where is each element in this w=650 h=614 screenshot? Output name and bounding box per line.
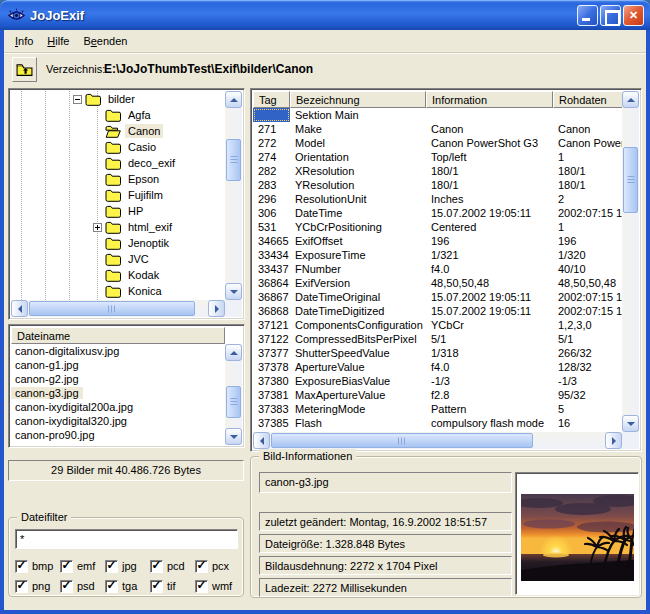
exif-row[interactable]: 306 DateTime 15.07.2002 19:05:11 2002:07… [253,206,622,220]
filetype-checkbox[interactable]: ✓ png [15,576,60,596]
tree-item[interactable]: bilder [11,91,225,107]
checkbox-checked-icon[interactable]: ✓ [15,580,28,593]
checkbox-checked-icon[interactable]: ✓ [60,560,73,573]
exif-row[interactable]: 296 ResolutionUnit Inches 2 [253,192,622,206]
exif-row[interactable]: 37122 CompressedBitsPerPixel 5/1 5/1 [253,332,622,346]
titlebar[interactable]: JoJoExif ✕ [0,0,650,30]
exif-row[interactable]: 36864 ExifVersion 48,50,50,48 48,50,50,4… [253,276,622,290]
checkbox-checked-icon[interactable]: ✓ [150,560,163,573]
folder-up-icon[interactable] [12,57,37,82]
maximize-icon[interactable] [600,5,621,26]
table-vertical-scrollbar[interactable] [622,91,639,432]
table-horizontal-scrollbar[interactable] [253,432,622,449]
scroll-up-icon[interactable] [622,91,639,108]
tree-item[interactable]: Jenoptik [11,235,225,251]
scroll-left-icon[interactable] [11,300,28,317]
tree-item[interactable]: Fujifilm [11,187,225,203]
file-list[interactable]: canon-digitalixusv.jpg canon-g1.jpg cano… [11,344,225,445]
exif-row[interactable]: 37385 Flash compulsory flash mode 16 [253,416,622,430]
menu-item[interactable]: Hilfe [40,32,76,50]
filetype-checkbox[interactable]: ✓ pcx [195,556,240,576]
checkbox-checked-icon[interactable]: ✓ [195,560,208,573]
tree-vertical-scrollbar[interactable] [225,91,242,300]
tree-horizontal-scrollbar[interactable] [11,300,225,317]
tree-item[interactable]: html_exif [11,219,225,235]
exif-row[interactable]: 37121 ComponentsConfiguration YCbCr 1,2,… [253,318,622,332]
scroll-up-icon[interactable] [225,344,242,361]
filetype-checkbox[interactable]: ✓ pcd [150,556,195,576]
file-item[interactable]: canon-pro90.jpg [11,428,225,442]
filetype-checkbox[interactable]: ✓ bmp [15,556,60,576]
scroll-thumb[interactable] [226,386,241,418]
file-list-header[interactable]: Dateiname [11,327,225,344]
expander-icon[interactable] [93,223,102,232]
exif-row[interactable]: 33434 ExposureTime 1/321 1/320 [253,248,622,262]
file-item[interactable]: canon-pro90is.jpg [11,442,225,445]
exif-row[interactable]: 37383 MeteringMode Pattern 5 [253,402,622,416]
exif-row[interactable]: 531 YCbCrPositioning Centered 1 [253,220,622,234]
exif-row[interactable]: 37378 ApertureValue f4.0 128/32 [253,360,622,374]
scroll-up-icon[interactable] [225,91,242,108]
exif-row[interactable]: 272 Model Canon PowerShot G3 Canon Power… [253,136,622,150]
tree-item[interactable]: Epson [11,171,225,187]
checkbox-checked-icon[interactable]: ✓ [105,560,118,573]
filetype-checkbox[interactable]: ✓ jpg [105,556,150,576]
checkbox-checked-icon[interactable]: ✓ [15,560,28,573]
file-item[interactable]: canon-ixydigital200a.jpg [11,400,225,414]
file-item[interactable]: canon-g3.jpg [11,386,225,400]
file-item[interactable]: canon-g1.jpg [11,358,225,372]
scroll-right-icon[interactable] [208,300,225,317]
filetype-checkbox[interactable]: ✓ wmf [195,576,240,596]
column-header-tag[interactable]: Tag [253,91,290,108]
exif-row[interactable]: 37380 ExposureBiasValue -1/3 -1/3 [253,374,622,388]
exif-row[interactable]: 271 Make Canon Canon [253,122,622,136]
tree-item[interactable]: Canon [11,123,225,139]
scroll-down-icon[interactable] [225,283,242,300]
folder-tree[interactable]: bilder Agfa [11,91,225,300]
menu-item[interactable]: Beenden [76,32,134,50]
exif-table-body[interactable]: Sektion Main 271 Make Canon Canon 272 Mo [253,108,622,432]
menu-item[interactable]: Info [8,32,40,50]
checkbox-checked-icon[interactable]: ✓ [195,580,208,593]
close-icon[interactable]: ✕ [623,5,644,26]
column-header-bezeichnung[interactable]: Bezeichnung [290,91,426,108]
scroll-left-icon[interactable] [253,432,270,449]
exif-row[interactable]: 37381 MaxApertureValue f2.8 95/32 [253,388,622,402]
exif-row[interactable]: 36867 DateTimeOriginal 15.07.2002 19:05:… [253,290,622,304]
scroll-thumb[interactable] [271,433,533,448]
exif-row[interactable]: 33437 FNumber f4.0 40/10 [253,262,622,276]
tree-item[interactable]: Casio [11,139,225,155]
exif-row[interactable]: 37377 ShutterSpeedValue 1/318 266/32 [253,346,622,360]
tree-item[interactable]: HP [11,203,225,219]
minimize-icon[interactable] [577,5,598,26]
scroll-thumb[interactable] [29,301,195,316]
scroll-thumb[interactable] [226,139,241,181]
exif-row[interactable]: 283 YResolution 180/1 180/1 [253,178,622,192]
file-item[interactable]: canon-ixydigital320.jpg [11,414,225,428]
exif-row[interactable]: 274 Orientation Top/left 1 [253,150,622,164]
tree-item[interactable]: Agfa [11,107,225,123]
scroll-right-icon[interactable] [605,432,622,449]
file-item[interactable]: canon-g2.jpg [11,372,225,386]
tree-item[interactable]: deco_exif [11,155,225,171]
checkbox-checked-icon[interactable]: ✓ [105,580,118,593]
filetype-checkbox[interactable]: ✓ psd [60,576,105,596]
exif-row[interactable]: 282 XResolution 180/1 180/1 [253,164,622,178]
exif-row[interactable]: 36868 DateTimeDigitized 15.07.2002 19:05… [253,304,622,318]
scroll-down-icon[interactable] [622,415,639,432]
expander-icon[interactable] [73,95,82,104]
filetype-checkbox[interactable]: ✓ tga [105,576,150,596]
tree-item[interactable]: Kodak [11,267,225,283]
checkbox-checked-icon[interactable]: ✓ [150,580,163,593]
column-header-information[interactable]: Information [426,91,553,108]
tree-item[interactable]: Konica [11,283,225,299]
exif-row[interactable]: Sektion Main [253,108,622,122]
column-header-rohdaten[interactable]: Rohdaten [553,91,624,108]
scroll-down-icon[interactable] [225,428,242,445]
exif-row[interactable]: 34665 ExifOffset 196 196 [253,234,622,248]
checkbox-checked-icon[interactable]: ✓ [60,580,73,593]
tree-item[interactable]: JVC [11,251,225,267]
scroll-thumb[interactable] [623,147,638,213]
filetype-checkbox[interactable]: ✓ tif [150,576,195,596]
file-vertical-scrollbar[interactable] [225,344,242,445]
